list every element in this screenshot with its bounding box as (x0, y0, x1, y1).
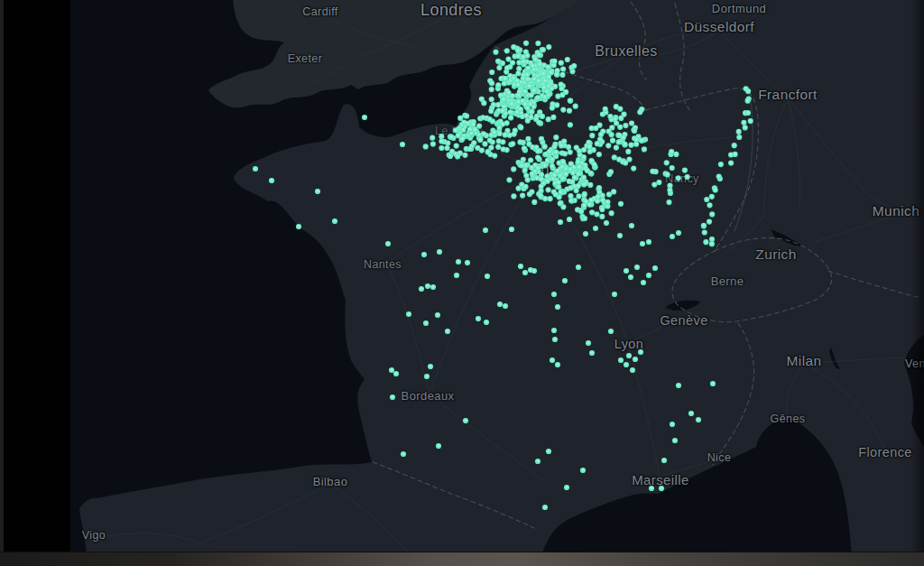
data-point[interactable] (483, 227, 488, 233)
data-point[interactable] (666, 199, 671, 205)
data-point[interactable] (522, 88, 528, 94)
data-point[interactable] (559, 60, 564, 66)
data-point[interactable] (568, 167, 573, 172)
data-point[interactable] (646, 239, 651, 245)
data-point[interactable] (621, 112, 626, 117)
data-point[interactable] (511, 193, 516, 199)
data-point[interactable] (482, 141, 487, 146)
data-point[interactable] (605, 143, 611, 148)
data-point[interactable] (504, 128, 510, 134)
data-point[interactable] (406, 311, 411, 317)
data-point[interactable] (546, 74, 551, 79)
data-point[interactable] (594, 211, 599, 217)
data-point[interactable] (448, 153, 453, 159)
data-point[interactable] (525, 177, 531, 182)
data-point[interactable] (633, 137, 639, 143)
data-point[interactable] (479, 97, 485, 102)
data-points-layer[interactable] (253, 41, 753, 510)
data-point[interactable] (485, 274, 490, 279)
data-point[interactable] (552, 337, 558, 342)
data-point[interactable] (587, 149, 593, 154)
data-point[interactable] (558, 219, 563, 225)
data-point[interactable] (535, 165, 541, 171)
data-point[interactable] (453, 127, 458, 133)
map-canvas[interactable]: LondresCardiffExeterDortmundDüsseldorfBr… (0, 0, 924, 552)
data-point[interactable] (454, 273, 459, 278)
data-point[interactable] (732, 143, 737, 148)
data-point[interactable] (646, 273, 651, 278)
data-point[interactable] (523, 113, 529, 118)
data-point[interactable] (669, 149, 674, 154)
data-point[interactable] (476, 316, 481, 321)
data-point[interactable] (612, 292, 617, 297)
data-point[interactable] (589, 209, 595, 215)
data-point[interactable] (553, 150, 559, 155)
data-point[interactable] (495, 144, 501, 150)
data-point[interactable] (713, 187, 718, 192)
data-point[interactable] (488, 144, 494, 150)
data-point[interactable] (609, 210, 614, 216)
data-point[interactable] (632, 128, 637, 134)
data-point[interactable] (551, 59, 557, 64)
data-point[interactable] (667, 183, 672, 189)
data-point[interactable] (529, 92, 534, 97)
data-point[interactable] (550, 157, 555, 162)
data-point[interactable] (559, 86, 564, 91)
data-point[interactable] (472, 127, 477, 133)
data-point[interactable] (531, 268, 537, 274)
data-point[interactable] (532, 57, 538, 62)
data-point[interactable] (568, 97, 573, 103)
data-point[interactable] (670, 234, 675, 239)
data-point[interactable] (527, 191, 532, 197)
data-point[interactable] (253, 166, 258, 172)
data-point[interactable] (728, 161, 734, 166)
data-point[interactable] (488, 108, 494, 114)
data-point[interactable] (562, 151, 568, 156)
data-point[interactable] (559, 143, 564, 148)
data-point[interactable] (489, 80, 494, 86)
data-point[interactable] (535, 148, 541, 153)
data-point[interactable] (296, 224, 301, 229)
data-point[interactable] (536, 79, 541, 84)
data-point[interactable] (509, 227, 514, 232)
data-point[interactable] (493, 50, 498, 55)
data-point[interactable] (509, 101, 514, 107)
data-point[interactable] (518, 125, 523, 130)
data-point[interactable] (541, 47, 546, 52)
data-point[interactable] (604, 220, 609, 226)
data-point[interactable] (629, 120, 634, 125)
data-point[interactable] (576, 159, 581, 164)
data-point[interactable] (497, 302, 503, 307)
data-point[interactable] (362, 115, 367, 120)
data-point[interactable] (544, 88, 550, 94)
data-point[interactable] (593, 226, 598, 231)
data-point[interactable] (477, 137, 483, 143)
data-point[interactable] (437, 249, 442, 255)
data-point[interactable] (581, 203, 587, 209)
data-point[interactable] (269, 178, 274, 183)
data-point[interactable] (435, 312, 440, 318)
data-point[interactable] (581, 147, 587, 153)
data-point[interactable] (664, 160, 670, 165)
data-point[interactable] (587, 144, 592, 149)
data-point[interactable] (522, 270, 528, 275)
data-point[interactable] (390, 394, 395, 400)
data-point[interactable] (682, 168, 688, 173)
data-point[interactable] (489, 97, 494, 102)
data-point[interactable] (516, 60, 522, 65)
data-point[interactable] (745, 98, 751, 104)
data-point[interactable] (496, 65, 502, 70)
data-point[interactable] (535, 95, 541, 100)
data-point[interactable] (525, 136, 531, 142)
data-point[interactable] (637, 109, 642, 115)
data-point[interactable] (546, 44, 551, 50)
data-point[interactable] (560, 107, 566, 113)
data-point[interactable] (568, 162, 574, 167)
data-point[interactable] (591, 162, 596, 167)
data-point[interactable] (589, 133, 595, 138)
data-point[interactable] (607, 114, 613, 119)
data-point[interactable] (622, 142, 627, 147)
data-point[interactable] (568, 185, 573, 190)
data-point[interactable] (608, 169, 614, 174)
data-point[interactable] (542, 505, 548, 510)
